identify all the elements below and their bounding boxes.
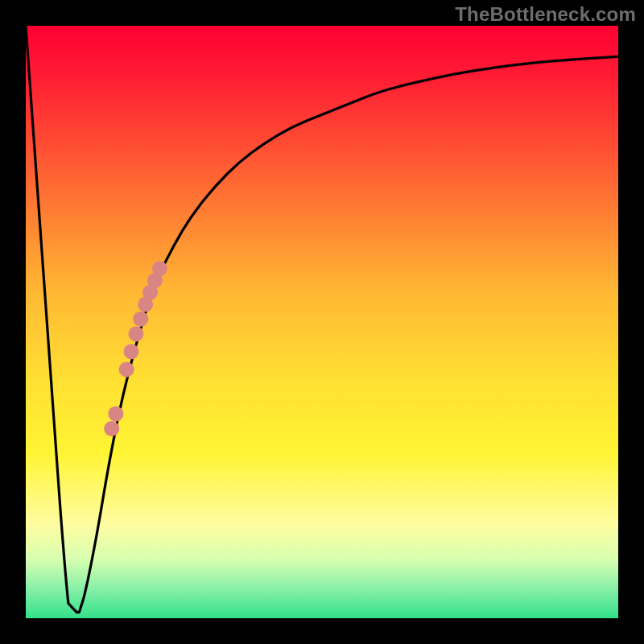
highlight-dot [124, 344, 139, 359]
highlight-dot [133, 312, 148, 327]
chart-stage: TheBottleneck.com [0, 0, 644, 644]
highlight-dot [119, 361, 134, 377]
highlight-dot [104, 421, 119, 436]
highlight-dot [152, 261, 167, 276]
watermark-text: TheBottleneck.com [455, 3, 636, 26]
chart-svg [0, 0, 644, 644]
highlight-dot [128, 326, 143, 341]
highlight-dot [108, 407, 123, 422]
